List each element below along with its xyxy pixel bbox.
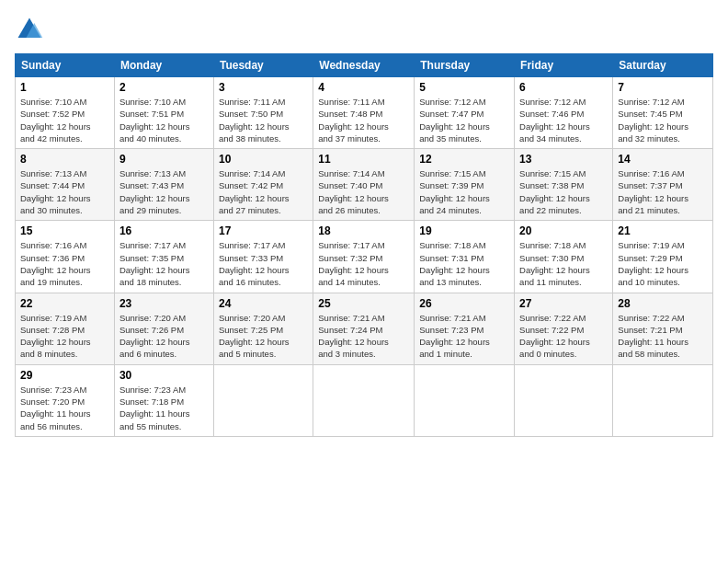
day-cell: 24Sunrise: 7:20 AM Sunset: 7:25 PM Dayli… [213, 293, 313, 364]
day-number: 3 [219, 81, 308, 94]
day-info: Sunrise: 7:12 AM Sunset: 7:47 PM Dayligh… [419, 96, 509, 144]
day-cell: 23Sunrise: 7:20 AM Sunset: 7:26 PM Dayli… [114, 293, 213, 364]
day-number: 14 [618, 153, 708, 166]
day-number: 28 [618, 297, 708, 310]
day-info: Sunrise: 7:15 AM Sunset: 7:39 PM Dayligh… [419, 167, 509, 216]
day-cell: 6Sunrise: 7:12 AM Sunset: 7:46 PM Daylig… [515, 77, 613, 149]
day-info: Sunrise: 7:12 AM Sunset: 7:45 PM Dayligh… [618, 96, 708, 144]
day-cell: 30Sunrise: 7:23 AM Sunset: 7:18 PM Dayli… [114, 364, 213, 436]
day-cell [213, 364, 313, 436]
day-number: 30 [119, 369, 209, 382]
col-header-sunday: Sunday [16, 54, 115, 77]
day-cell: 25Sunrise: 7:21 AM Sunset: 7:24 PM Dayli… [313, 293, 415, 364]
header [15, 15, 713, 44]
header-row: SundayMondayTuesdayWednesdayThursdayFrid… [16, 54, 713, 77]
day-number: 11 [318, 153, 409, 166]
day-cell [515, 364, 613, 436]
day-number: 6 [519, 81, 608, 94]
day-info: Sunrise: 7:11 AM Sunset: 7:48 PM Dayligh… [318, 96, 409, 144]
day-info: Sunrise: 7:20 AM Sunset: 7:26 PM Dayligh… [119, 312, 209, 361]
day-cell: 19Sunrise: 7:18 AM Sunset: 7:31 PM Dayli… [415, 221, 515, 293]
day-cell: 12Sunrise: 7:15 AM Sunset: 7:39 PM Dayli… [415, 149, 515, 221]
day-cell: 16Sunrise: 7:17 AM Sunset: 7:35 PM Dayli… [114, 221, 213, 293]
day-info: Sunrise: 7:14 AM Sunset: 7:42 PM Dayligh… [219, 167, 308, 216]
day-info: Sunrise: 7:22 AM Sunset: 7:21 PM Dayligh… [618, 312, 708, 361]
day-number: 21 [618, 224, 708, 237]
day-cell: 29Sunrise: 7:23 AM Sunset: 7:20 PM Dayli… [16, 364, 115, 436]
day-info: Sunrise: 7:15 AM Sunset: 7:38 PM Dayligh… [519, 167, 608, 216]
day-number: 12 [419, 153, 509, 166]
logo-icon [15, 15, 44, 44]
day-number: 26 [419, 297, 509, 310]
day-number: 20 [519, 224, 608, 237]
day-info: Sunrise: 7:17 AM Sunset: 7:35 PM Dayligh… [119, 239, 209, 288]
day-number: 22 [20, 297, 109, 310]
day-number: 23 [119, 297, 209, 310]
day-number: 10 [219, 153, 308, 166]
day-cell: 11Sunrise: 7:14 AM Sunset: 7:40 PM Dayli… [313, 149, 415, 221]
day-cell: 20Sunrise: 7:18 AM Sunset: 7:30 PM Dayli… [515, 221, 613, 293]
day-cell: 13Sunrise: 7:15 AM Sunset: 7:38 PM Dayli… [515, 149, 613, 221]
day-info: Sunrise: 7:10 AM Sunset: 7:51 PM Dayligh… [119, 96, 209, 144]
day-cell: 27Sunrise: 7:22 AM Sunset: 7:22 PM Dayli… [515, 293, 613, 364]
col-header-saturday: Saturday [613, 54, 713, 77]
day-cell: 26Sunrise: 7:21 AM Sunset: 7:23 PM Dayli… [415, 293, 515, 364]
day-number: 18 [318, 224, 409, 237]
day-info: Sunrise: 7:23 AM Sunset: 7:18 PM Dayligh… [119, 384, 209, 432]
col-header-wednesday: Wednesday [313, 54, 415, 77]
day-cell: 5Sunrise: 7:12 AM Sunset: 7:47 PM Daylig… [415, 77, 515, 149]
day-number: 16 [119, 224, 209, 237]
day-cell: 10Sunrise: 7:14 AM Sunset: 7:42 PM Dayli… [213, 149, 313, 221]
day-info: Sunrise: 7:19 AM Sunset: 7:29 PM Dayligh… [618, 239, 708, 288]
day-number: 25 [318, 297, 409, 310]
day-info: Sunrise: 7:17 AM Sunset: 7:32 PM Dayligh… [318, 239, 409, 288]
day-info: Sunrise: 7:20 AM Sunset: 7:25 PM Dayligh… [219, 312, 308, 361]
day-info: Sunrise: 7:13 AM Sunset: 7:44 PM Dayligh… [20, 167, 109, 216]
day-cell: 1Sunrise: 7:10 AM Sunset: 7:52 PM Daylig… [16, 77, 115, 149]
day-cell: 4Sunrise: 7:11 AM Sunset: 7:48 PM Daylig… [313, 77, 415, 149]
day-cell [313, 364, 415, 436]
col-header-monday: Monday [114, 54, 213, 77]
page: SundayMondayTuesdayWednesdayThursdayFrid… [0, 0, 728, 563]
day-number: 4 [318, 81, 409, 94]
day-number: 15 [20, 224, 109, 237]
day-cell: 9Sunrise: 7:13 AM Sunset: 7:43 PM Daylig… [114, 149, 213, 221]
day-cell: 8Sunrise: 7:13 AM Sunset: 7:44 PM Daylig… [16, 149, 115, 221]
day-cell: 17Sunrise: 7:17 AM Sunset: 7:33 PM Dayli… [213, 221, 313, 293]
day-info: Sunrise: 7:18 AM Sunset: 7:31 PM Dayligh… [419, 239, 509, 288]
day-info: Sunrise: 7:13 AM Sunset: 7:43 PM Dayligh… [119, 167, 209, 216]
col-header-friday: Friday [515, 54, 613, 77]
day-number: 8 [20, 153, 109, 166]
day-info: Sunrise: 7:10 AM Sunset: 7:52 PM Dayligh… [20, 96, 109, 144]
week-row-4: 22Sunrise: 7:19 AM Sunset: 7:28 PM Dayli… [16, 293, 713, 364]
day-number: 29 [20, 369, 109, 382]
day-number: 7 [618, 81, 708, 94]
day-info: Sunrise: 7:21 AM Sunset: 7:24 PM Dayligh… [318, 312, 409, 361]
day-cell: 18Sunrise: 7:17 AM Sunset: 7:32 PM Dayli… [313, 221, 415, 293]
day-cell: 2Sunrise: 7:10 AM Sunset: 7:51 PM Daylig… [114, 77, 213, 149]
col-header-thursday: Thursday [415, 54, 515, 77]
week-row-3: 15Sunrise: 7:16 AM Sunset: 7:36 PM Dayli… [16, 221, 713, 293]
day-info: Sunrise: 7:14 AM Sunset: 7:40 PM Dayligh… [318, 167, 409, 216]
day-number: 5 [419, 81, 509, 94]
week-row-2: 8Sunrise: 7:13 AM Sunset: 7:44 PM Daylig… [16, 149, 713, 221]
day-number: 9 [119, 153, 209, 166]
day-cell: 21Sunrise: 7:19 AM Sunset: 7:29 PM Dayli… [613, 221, 713, 293]
day-info: Sunrise: 7:16 AM Sunset: 7:37 PM Dayligh… [618, 167, 708, 216]
day-number: 27 [519, 297, 608, 310]
week-row-1: 1Sunrise: 7:10 AM Sunset: 7:52 PM Daylig… [16, 77, 713, 149]
col-header-tuesday: Tuesday [213, 54, 313, 77]
day-number: 1 [20, 81, 109, 94]
day-cell: 22Sunrise: 7:19 AM Sunset: 7:28 PM Dayli… [16, 293, 115, 364]
day-info: Sunrise: 7:21 AM Sunset: 7:23 PM Dayligh… [419, 312, 509, 361]
day-cell [415, 364, 515, 436]
calendar-table: SundayMondayTuesdayWednesdayThursdayFrid… [15, 53, 713, 437]
day-cell: 7Sunrise: 7:12 AM Sunset: 7:45 PM Daylig… [613, 77, 713, 149]
day-cell [613, 364, 713, 436]
week-row-5: 29Sunrise: 7:23 AM Sunset: 7:20 PM Dayli… [16, 364, 713, 436]
day-cell: 15Sunrise: 7:16 AM Sunset: 7:36 PM Dayli… [16, 221, 115, 293]
day-info: Sunrise: 7:22 AM Sunset: 7:22 PM Dayligh… [519, 312, 608, 361]
day-info: Sunrise: 7:19 AM Sunset: 7:28 PM Dayligh… [20, 312, 109, 361]
day-number: 13 [519, 153, 608, 166]
day-number: 17 [219, 224, 308, 237]
